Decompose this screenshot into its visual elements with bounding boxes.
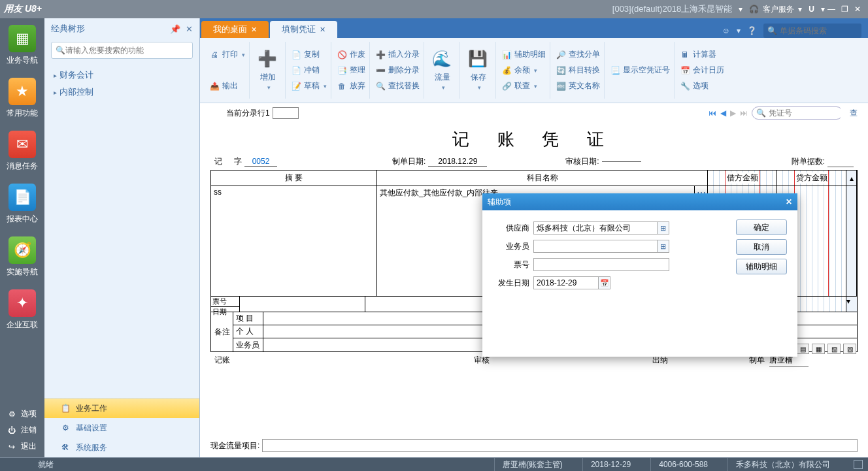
tab-close-icon[interactable]: ✕ <box>251 25 257 34</box>
acc-convert-button[interactable]: 🔄科目转换 <box>556 64 600 77</box>
minimize-button[interactable]: — <box>825 5 838 14</box>
rail-item-report[interactable]: 📄报表中心 <box>4 184 41 225</box>
copy-button[interactable]: 📄复制 <box>291 48 327 61</box>
tab-desktop[interactable]: 我的桌面✕ <box>201 21 269 38</box>
smile-icon[interactable]: ☺ <box>722 26 730 35</box>
tab-close-icon[interactable]: ✕ <box>320 25 326 34</box>
flow-button[interactable]: 🌊流量 <box>429 47 456 93</box>
show-empty-button[interactable]: 📃显示空凭证号 <box>610 64 670 77</box>
draft-icon: 📝 <box>291 81 301 91</box>
help-icon[interactable]: ❔ <box>747 26 757 35</box>
attach-count-input[interactable] <box>827 157 854 167</box>
void-button[interactable]: 🚫作废 <box>337 48 365 61</box>
abandon-button[interactable]: 🗑放弃 <box>337 80 365 93</box>
smile-dropdown-icon[interactable]: ▾ <box>737 26 741 35</box>
agent-lookup-icon[interactable]: ⊞ <box>658 240 669 253</box>
search-icon: 🔍 <box>767 26 777 35</box>
nav-prev-icon[interactable]: ◀ <box>720 108 726 118</box>
dialog-title: 辅助项 <box>488 197 511 208</box>
empty-icon: 📃 <box>610 65 620 76</box>
left-rail: ▦业务导航 ★常用功能 ✉消息任务 📄报表中心 🧭实施导航 ✦企业互联 ⚙选项 … <box>0 18 44 457</box>
aux-detail-button[interactable]: 📊辅助明细 <box>501 48 546 61</box>
insert-icon: ➕ <box>375 50 386 60</box>
aux-detail-button[interactable]: 辅助明细 <box>736 259 787 274</box>
acc-calendar-button[interactable]: 📅会计日历 <box>680 64 724 77</box>
customer-service-link[interactable]: 客户服务 <box>763 4 794 15</box>
service-dropdown-icon[interactable]: ▾ <box>798 5 802 14</box>
maximize-button[interactable]: ❐ <box>838 5 851 14</box>
view-icon-1[interactable]: ▤ <box>796 344 809 354</box>
convert-icon: 🔄 <box>556 65 566 76</box>
u-menu[interactable]: U <box>809 5 814 14</box>
reverse-button[interactable]: 📄冲销 <box>291 64 327 77</box>
rail-item-ent[interactable]: ✦企业互联 <box>4 289 41 331</box>
tidy-button[interactable]: 📑整理 <box>337 64 365 77</box>
calculator-button[interactable]: 🖩计算器 <box>680 48 724 61</box>
rail-exit[interactable]: ↪退出 <box>0 438 44 455</box>
rail-item-msg[interactable]: ✉消息任务 <box>4 131 41 172</box>
tenant-dropdown-icon[interactable]: ▾ <box>739 5 743 14</box>
scroll-up-icon[interactable]: ▴ <box>846 171 857 186</box>
delete-line-button[interactable]: ➖删除分录 <box>375 64 420 77</box>
pin-icon[interactable]: 📌 <box>170 24 180 34</box>
supplier-input[interactable] <box>533 221 658 235</box>
balance-icon: 💰 <box>501 65 512 76</box>
options-button[interactable]: 🔧选项 <box>680 80 724 93</box>
rail-item-biznav[interactable]: ▦业务导航 <box>4 25 41 66</box>
view-icon-3[interactable]: ▧ <box>827 344 841 354</box>
balance-button[interactable]: 💰余额 <box>501 64 546 77</box>
save-button[interactable]: 💾保存 <box>465 47 492 93</box>
current-row-input[interactable] <box>273 107 299 119</box>
nav-last-icon[interactable]: ⏭ <box>740 108 748 118</box>
nav-next-icon[interactable]: ▶ <box>730 108 736 118</box>
view-icon-4[interactable]: ▨ <box>843 344 856 354</box>
query-button[interactable]: 查 <box>850 108 858 119</box>
close-button[interactable]: ✕ <box>851 5 864 14</box>
tree-close-icon[interactable]: ✕ <box>186 24 193 34</box>
tree-tab-bizwork[interactable]: 📋业务工作 <box>44 398 199 418</box>
find-replace-button[interactable]: 🔍查找替换 <box>375 80 420 93</box>
cashflow-input[interactable] <box>262 439 858 452</box>
rail-item-common[interactable]: ★常用功能 <box>4 78 41 119</box>
output-button[interactable]: 📤输出 <box>209 80 245 93</box>
ticket-input[interactable] <box>533 258 669 271</box>
scrollbar[interactable] <box>846 186 857 296</box>
find-entry-button[interactable]: 🔎查找分单 <box>556 48 600 61</box>
tree-node-internal[interactable]: ▸内部控制 <box>44 84 199 101</box>
dialog-close-icon[interactable]: ✕ <box>786 197 792 206</box>
occur-date-input[interactable] <box>533 276 599 289</box>
make-date-field[interactable]: 2018.12.29 <box>428 157 487 167</box>
status-date: 2018-12-29 <box>582 458 639 471</box>
nav-first-icon[interactable]: ⏮ <box>709 108 716 118</box>
copy-icon: 📄 <box>291 50 301 60</box>
agent-input[interactable] <box>533 240 658 253</box>
scroll-down-icon[interactable]: ▾ <box>846 297 857 312</box>
add-button[interactable]: ➕增加 <box>255 47 281 93</box>
tree-tab-system[interactable]: 🛠系统服务 <box>44 438 199 457</box>
tab-voucher[interactable]: 填制凭证✕ <box>270 21 337 38</box>
date-picker-icon[interactable]: 📅 <box>599 276 610 289</box>
tree-search[interactable]: 🔍 <box>51 42 193 59</box>
tree-node-finance[interactable]: ▸财务会计 <box>44 67 199 84</box>
eng-name-button[interactable]: 🔤英文名称 <box>556 80 600 93</box>
ok-button[interactable]: 确定 <box>736 219 787 235</box>
rail-logout[interactable]: ⏻注销 <box>0 422 44 438</box>
status-resize-icon[interactable] <box>854 460 863 469</box>
barcode-search[interactable]: 🔍 <box>763 24 861 38</box>
cell-summary[interactable]: ss <box>211 186 377 296</box>
rail-item-impl[interactable]: 🧭实施导航 <box>4 236 41 278</box>
audit-date-field[interactable] <box>602 161 641 162</box>
chevron-right-icon: ▸ <box>54 72 57 79</box>
app-logo: 用友 U8+ <box>4 3 42 15</box>
tree-search-input[interactable] <box>65 46 188 55</box>
tree-tab-basic[interactable]: ⚙基础设置 <box>44 418 199 438</box>
view-icon-2[interactable]: ▦ <box>812 344 825 354</box>
barcode-search-input[interactable] <box>780 26 868 35</box>
insert-line-button[interactable]: ➕插入分录 <box>375 48 420 61</box>
supplier-lookup-icon[interactable]: ⊞ <box>658 221 669 235</box>
cancel-button[interactable]: 取消 <box>736 239 787 255</box>
link-query-button[interactable]: 🔗联查 <box>501 80 546 93</box>
print-button[interactable]: 🖨打印 <box>209 48 245 61</box>
draft-button[interactable]: 📝草稿 <box>291 80 327 93</box>
rail-options[interactable]: ⚙选项 <box>0 406 44 422</box>
